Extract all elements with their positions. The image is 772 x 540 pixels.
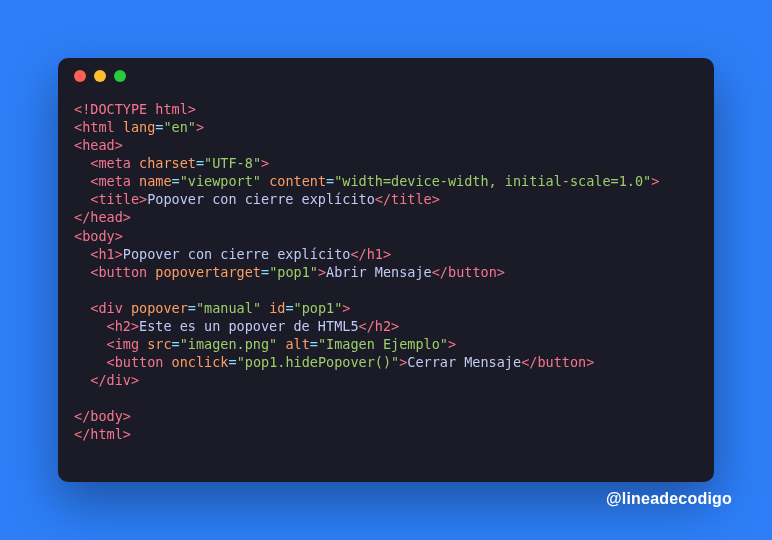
code-token: > [586,354,594,370]
code-token: = [172,173,180,189]
code-token: > [383,246,391,262]
code-token: "imagen.png" [180,336,278,352]
close-icon[interactable] [74,70,86,82]
code-token: html [82,119,115,135]
code-token: </ [74,408,90,424]
code-token [74,318,107,334]
code-token [139,336,147,352]
code-token: Cerrar Mensaje [407,354,521,370]
code-token: alt [285,336,309,352]
watermark: @lineadecodigo [606,490,732,508]
code-token: Popover con cierre explícito [147,191,375,207]
code-token: < [74,137,82,153]
code-token [74,155,90,171]
code-token: popovertarget [155,264,261,280]
code-token: = [188,300,196,316]
code-line: <!DOCTYPE html> [74,101,196,117]
code-token: "pop1" [269,264,318,280]
code-token: head [90,209,123,225]
code-token: > [651,173,659,189]
code-token: < [74,119,82,135]
code-token: </ [521,354,537,370]
code-token: > [123,408,131,424]
code-token: "width=device-width, initial-scale=1.0" [334,173,651,189]
code-token: head [82,137,115,153]
code-token: button [98,264,147,280]
code-token: img [115,336,139,352]
code-token: popover [131,300,188,316]
code-token [123,300,131,316]
code-token: h1 [98,246,114,262]
code-token: > [131,318,139,334]
code-token [131,155,139,171]
code-token: div [107,372,131,388]
code-token: = [172,336,180,352]
code-token: h1 [367,246,383,262]
code-token [163,354,171,370]
code-token [74,372,90,388]
code-token: content [269,173,326,189]
code-token: = [285,300,293,316]
code-token: </ [359,318,375,334]
code-token: meta [98,155,131,171]
code-token [74,173,90,189]
code-token [74,264,90,280]
code-token: > [391,318,399,334]
code-token [74,300,90,316]
code-token: Este es un popover de HTML5 [139,318,358,334]
code-token: meta [98,173,131,189]
code-token: onclick [172,354,229,370]
code-token: > [115,246,123,262]
code-token [261,173,269,189]
code-token: button [448,264,497,280]
code-token [74,191,90,207]
code-token: title [391,191,432,207]
code-token: > [497,264,505,280]
code-token: body [90,408,123,424]
code-token: id [269,300,285,316]
code-token: "en" [163,119,196,135]
code-token: body [82,228,115,244]
code-token: "pop1.hidePopover()" [237,354,400,370]
code-token: > [318,264,326,280]
code-token: > [261,155,269,171]
code-token [74,336,107,352]
code-token: < [107,336,115,352]
code-token: = [228,354,236,370]
code-token: html [90,426,123,442]
code-token: < [74,228,82,244]
code-token: > [131,372,139,388]
code-token [261,300,269,316]
code-token: title [98,191,139,207]
code-token: </ [432,264,448,280]
code-token: "viewport" [180,173,261,189]
code-token [115,119,123,135]
code-token [131,173,139,189]
code-editor: <!DOCTYPE html> <html lang="en"> <head> … [58,94,714,459]
code-token: = [310,336,318,352]
code-token: > [115,137,123,153]
minimize-icon[interactable] [94,70,106,82]
code-token: name [139,173,172,189]
code-token: </ [90,372,106,388]
code-token: charset [139,155,196,171]
maximize-icon[interactable] [114,70,126,82]
code-token: > [123,209,131,225]
code-token: button [115,354,164,370]
code-token: = [196,155,204,171]
code-token: = [326,173,334,189]
code-token: </ [350,246,366,262]
code-token: "manual" [196,300,261,316]
code-token: </ [375,191,391,207]
code-token [74,354,107,370]
code-token: = [261,264,269,280]
code-token: > [123,426,131,442]
code-token: > [342,300,350,316]
code-token: > [196,119,204,135]
code-token: div [98,300,122,316]
code-token: "Imagen Ejemplo" [318,336,448,352]
window-titlebar [58,58,714,94]
code-token: < [107,318,115,334]
code-token: < [107,354,115,370]
code-token: "UTF-8" [204,155,261,171]
